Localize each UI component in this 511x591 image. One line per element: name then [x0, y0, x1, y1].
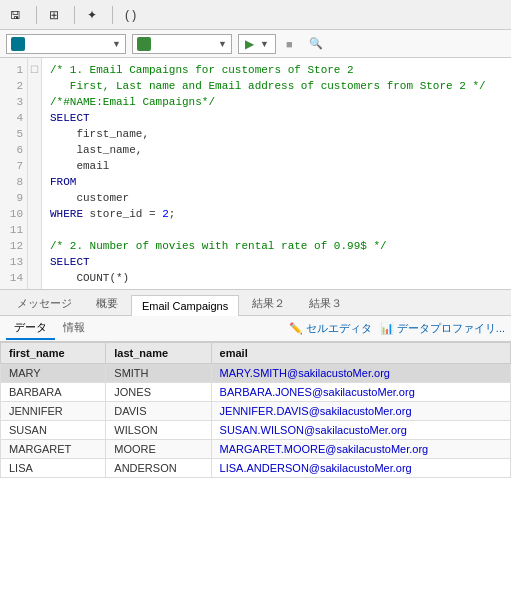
table-cell-last_name: JONES [106, 383, 211, 402]
table-row[interactable]: MARYSMITHMARY.SMITH@sakilacustoMer.org [1, 364, 511, 383]
run-dropdown-arrow: ▼ [260, 39, 269, 49]
data-profiling-label: データプロファイリ... [397, 321, 505, 336]
tab-messages[interactable]: メッセージ [6, 291, 83, 315]
table-row[interactable]: SUSANWILSONSUSAN.WILSON@sakilacustoMer.o… [1, 421, 511, 440]
tab-bar-messages: メッセージ 概要 Email Campaigns 結果２ 結果３ [0, 290, 511, 316]
table-cell-email: SUSAN.WILSON@sakilacustoMer.org [211, 421, 510, 440]
table-cell-email: JENNIFER.DAVIS@sakilacustoMer.org [211, 402, 510, 421]
query-builder-icon: ⊞ [49, 8, 59, 22]
table-row[interactable]: JENNIFERDAVISJENNIFER.DAVIS@sakilacustoM… [1, 402, 511, 421]
table-cell-email: BARBARA.JONES@sakilacustoMer.org [211, 383, 510, 402]
mysql-icon [11, 37, 25, 51]
line-checkboxes: ☐ [28, 58, 42, 289]
format-sql-icon: ✦ [87, 8, 97, 22]
cell-editor-label: セルエディタ [306, 321, 372, 336]
subtab-info[interactable]: 情報 [55, 317, 93, 340]
code-snippet-icon: ( ) [125, 8, 136, 22]
sakila-icon [137, 37, 151, 51]
cell-editor-button[interactable]: ✏️ セルエディタ [289, 321, 372, 336]
toolbar-separator-3 [112, 6, 113, 24]
format-sql-button[interactable]: ✦ [83, 6, 104, 24]
table-cell-first_name: MARGARET [1, 440, 106, 459]
table-row[interactable]: LISAANDERSONLISA.ANDERSON@sakilacustoMer… [1, 459, 511, 478]
db-row: ▼ ▼ ▶ ▼ ■ 🔍 [0, 30, 511, 58]
table-row[interactable]: MARGARETMOOREMARGARET.MOORE@sakilacustoM… [1, 440, 511, 459]
table-cell-last_name: DAVIS [106, 402, 211, 421]
table-cell-first_name: BARBARA [1, 383, 106, 402]
table-cell-first_name: LISA [1, 459, 106, 478]
table-row[interactable]: BARBARAJONESBARBARA.JONES@sakilacustoMer… [1, 383, 511, 402]
subtab-row: データ 情報 ✏️ セルエディタ 📊 データプロファイリ... [0, 316, 511, 342]
table-cell-email: MARGARET.MOORE@sakilacustoMer.org [211, 440, 510, 459]
data-profiling-button[interactable]: 📊 データプロファイリ... [380, 321, 505, 336]
bottom-section: メッセージ 概要 Email Campaigns 結果２ 結果３ データ 情報 … [0, 290, 511, 583]
code-snippet-button[interactable]: ( ) [121, 6, 143, 24]
run-button[interactable]: ▶ ▼ [238, 34, 276, 54]
stop-button[interactable]: ■ [282, 36, 299, 52]
table-cell-last_name: ANDERSON [106, 459, 211, 478]
table-cell-first_name: SUSAN [1, 421, 106, 440]
tab-results2[interactable]: 結果２ [241, 291, 296, 315]
mysql-dropdown-arrow: ▼ [112, 39, 121, 49]
line-numbers: 12345 678910 1112131415 1617181920 [0, 58, 28, 289]
sakila-selector[interactable]: ▼ [132, 34, 232, 54]
sakila-dropdown-arrow: ▼ [218, 39, 227, 49]
code-text[interactable]: /* 1. Email Campaigns for customers of S… [42, 58, 511, 289]
tab-overview[interactable]: 概要 [85, 291, 129, 315]
table-cell-first_name: JENNIFER [1, 402, 106, 421]
explain-button[interactable]: 🔍 [305, 35, 330, 52]
results-table-wrap: first_name last_name email MARYSMITHMARY… [0, 342, 511, 583]
table-cell-last_name: SMITH [106, 364, 211, 383]
col-header-last-name[interactable]: last_name [106, 343, 211, 364]
mysql-selector[interactable]: ▼ [6, 34, 126, 54]
table-cell-email: MARY.SMITH@sakilacustoMer.org [211, 364, 510, 383]
tab-email-campaigns[interactable]: Email Campaigns [131, 295, 239, 316]
code-editor[interactable]: 12345 678910 1112131415 1617181920 ☐ /* … [0, 58, 511, 290]
table-cell-first_name: MARY [1, 364, 106, 383]
col-header-email[interactable]: email [211, 343, 510, 364]
stop-icon: ■ [286, 38, 293, 50]
play-icon: ▶ [245, 37, 254, 51]
toolbar: 🖫 ⊞ ✦ ( ) [0, 0, 511, 30]
subtab-actions: ✏️ セルエディタ 📊 データプロファイリ... [289, 321, 505, 336]
explain-icon: 🔍 [309, 37, 323, 50]
toolbar-separator-2 [74, 6, 75, 24]
save-button[interactable]: 🖫 [6, 7, 28, 23]
tab-results3[interactable]: 結果３ [298, 291, 353, 315]
save-icon: 🖫 [10, 9, 21, 21]
col-header-first-name[interactable]: first_name [1, 343, 106, 364]
table-cell-last_name: WILSON [106, 421, 211, 440]
table-cell-last_name: MOORE [106, 440, 211, 459]
subtab-data[interactable]: データ [6, 317, 55, 340]
table-cell-email: LISA.ANDERSON@sakilacustoMer.org [211, 459, 510, 478]
edit-icon: ✏️ [289, 322, 303, 335]
query-builder-button[interactable]: ⊞ [45, 6, 66, 24]
results-table: first_name last_name email MARYSMITHMARY… [0, 342, 511, 478]
toolbar-separator-1 [36, 6, 37, 24]
chart-icon: 📊 [380, 322, 394, 335]
table-header-row: first_name last_name email [1, 343, 511, 364]
